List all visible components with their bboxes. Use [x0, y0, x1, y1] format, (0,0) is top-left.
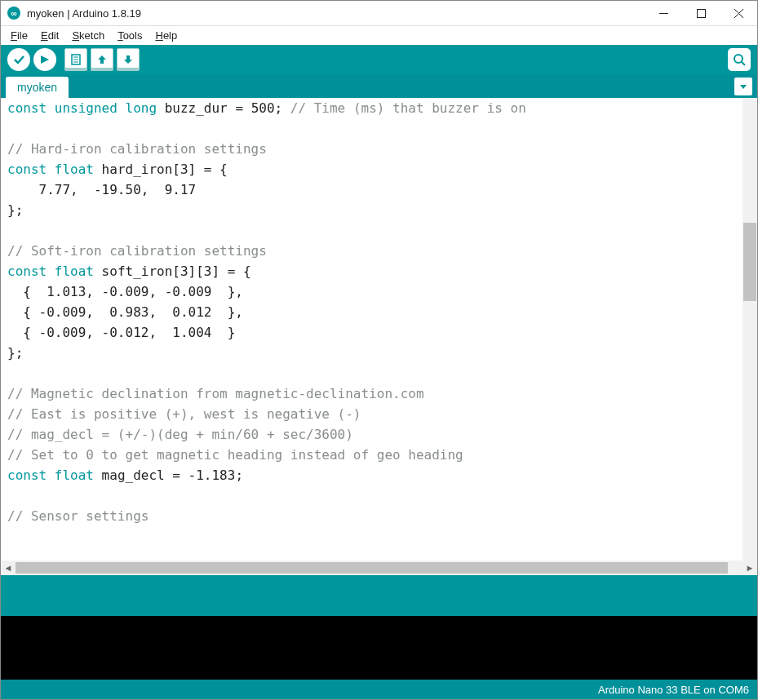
menu-file-rest: ile	[17, 29, 28, 42]
svg-marker-10	[124, 55, 132, 64]
vertical-scrollbar-thumb[interactable]	[743, 223, 756, 301]
code-line: const float soft_iron[3][3] = {	[7, 261, 757, 281]
svg-marker-9	[98, 55, 106, 64]
open-sketch-button[interactable]	[91, 48, 113, 71]
minimize-button[interactable]	[645, 1, 682, 25]
window-controls	[645, 1, 757, 25]
serial-monitor-button[interactable]	[728, 48, 751, 71]
new-sketch-button[interactable]	[64, 48, 87, 71]
tab-bar: myoken	[1, 74, 757, 98]
code-line: { -0.009, -0.012, 1.004 }	[7, 322, 757, 343]
code-line: // Soft-iron calibration settings	[7, 241, 757, 261]
menu-bar: File Edit Sketch Tools Help	[1, 26, 757, 45]
code-line: // mag_decl = (+/-)(deg + min/60 + sec/3…	[7, 424, 757, 445]
code-line	[7, 363, 757, 383]
editor-pane: const unsigned long buzz_dur = 500; // T…	[1, 98, 757, 575]
code-line: const float mag_decl = -1.183;	[7, 465, 757, 485]
code-line: { -0.009, 0.983, 0.012 },	[7, 302, 757, 322]
code-line: // East is positive (+), west is negativ…	[7, 404, 757, 424]
code-editor[interactable]: const unsigned long buzz_dur = 500; // T…	[1, 98, 757, 560]
svg-marker-13	[740, 85, 747, 89]
verify-button[interactable]	[7, 48, 30, 71]
menu-sketch[interactable]: Sketch	[65, 28, 111, 43]
menu-edit[interactable]: Edit	[34, 28, 65, 43]
code-line	[7, 485, 757, 506]
horizontal-scrollbar-thumb[interactable]	[16, 562, 728, 574]
horizontal-scrollbar-track[interactable]	[16, 560, 742, 575]
scroll-right-arrow[interactable]: ►	[742, 560, 757, 575]
code-line: // Sensor settings	[7, 506, 757, 526]
menu-help[interactable]: Help	[148, 28, 184, 43]
menu-file[interactable]: File	[4, 28, 34, 43]
console-output[interactable]	[1, 616, 757, 680]
code-line	[7, 220, 757, 241]
code-line: // Magnetic declination from magnetic-de…	[7, 383, 757, 404]
code-line: { 1.013, -0.009, -0.009 },	[7, 281, 757, 302]
svg-rect-1	[697, 9, 705, 17]
menu-tools[interactable]: Tools	[111, 28, 148, 43]
close-button[interactable]	[720, 1, 757, 25]
code-line: // Set to 0 to get magnetic heading inst…	[7, 445, 757, 465]
scroll-left-arrow[interactable]: ◄	[1, 560, 16, 575]
code-line: const float hard_iron[3] = {	[7, 159, 757, 179]
svg-marker-4	[41, 55, 49, 64]
vertical-scrollbar[interactable]	[742, 98, 757, 560]
status-bar	[1, 575, 757, 616]
horizontal-scrollbar[interactable]: ◄ ►	[1, 560, 757, 575]
arduino-app-icon	[7, 7, 20, 20]
code-line: };	[7, 200, 757, 220]
code-line: // Hard-iron calibration settings	[7, 139, 757, 159]
svg-point-11	[734, 55, 742, 63]
board-port-label: Arduino Nano 33 BLE on COM6	[598, 684, 749, 696]
toolbar	[1, 45, 757, 74]
sketch-tab[interactable]: myoken	[6, 77, 69, 98]
code-line	[7, 118, 757, 139]
tab-menu-button[interactable]	[734, 78, 752, 95]
save-sketch-button[interactable]	[117, 48, 140, 71]
window-title: myoken | Arduino 1.8.19	[27, 7, 645, 20]
code-line: const unsigned long buzz_dur = 500; // T…	[7, 98, 757, 118]
board-info-bar: Arduino Nano 33 BLE on COM6	[1, 680, 757, 699]
upload-button[interactable]	[33, 48, 56, 71]
maximize-button[interactable]	[682, 1, 720, 25]
code-line: };	[7, 343, 757, 363]
window-titlebar: myoken | Arduino 1.8.19	[1, 1, 757, 26]
svg-line-12	[742, 62, 745, 65]
code-line: 7.77, -19.50, 9.17	[7, 179, 757, 200]
